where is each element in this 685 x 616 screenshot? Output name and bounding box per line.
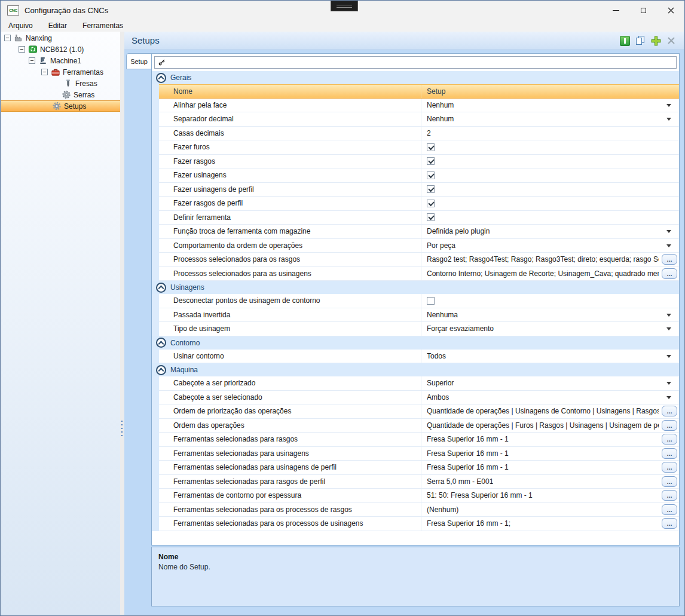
checkbox[interactable] — [427, 297, 435, 305]
collapse-chevron-icon[interactable] — [156, 73, 166, 83]
group-header-gerais[interactable]: Gerais — [152, 71, 679, 84]
add-icon — [651, 36, 661, 46]
checkbox[interactable] — [427, 185, 435, 193]
ellipsis-button[interactable]: ... — [662, 268, 677, 279]
toolbox-icon — [50, 68, 60, 77]
tree-item-setups[interactable]: Setups — [1, 100, 120, 112]
property-row-passada-invertida[interactable]: Passada invertidaNenhuma — [159, 308, 679, 323]
value-text[interactable]: Nenhum — [427, 115, 454, 123]
property-row-usinar-contorno[interactable]: Usinar contornoTodos — [159, 350, 679, 364]
group-header-contorno[interactable]: Contorno — [152, 336, 679, 350]
tree-collapse-icon[interactable] — [4, 35, 11, 41]
value-text[interactable]: Definida pelo plugin — [427, 227, 490, 235]
checkbox[interactable] — [427, 200, 435, 207]
chevron-down-icon[interactable] — [666, 118, 671, 121]
tree-item-nanxing[interactable]: Nanxing — [1, 32, 120, 44]
property-row-ordem-de-priorizacao-das-operacoes[interactable]: Ordem de priorização das operaçõesQuanti… — [159, 404, 679, 419]
property-row-ferramentas-selecionadas-para-rasgos-de-perfil[interactable]: Ferramentas selecionadas para rasgos de … — [159, 475, 679, 489]
checkbox[interactable] — [427, 157, 435, 165]
property-value-cell: Fresa Superior 16 mm - 1;... — [421, 517, 679, 531]
chevron-down-icon[interactable] — [666, 314, 671, 317]
ellipsis-button[interactable]: ... — [662, 406, 677, 416]
property-row-casas-decimais[interactable]: Casas decimais2 — [159, 127, 679, 141]
property-row-cabecote-a-ser-selecionado[interactable]: Cabeçote a ser selecionadoAmbos — [159, 391, 679, 405]
add-button[interactable] — [650, 35, 661, 46]
checkbox[interactable] — [427, 171, 435, 179]
chevron-down-icon[interactable] — [666, 382, 671, 385]
property-row-funcao-troca-de-ferramenta-com-magazine[interactable]: Função troca de ferramenta com magazineD… — [159, 225, 679, 239]
menu-item-arquivo[interactable]: Arquivo — [1, 20, 41, 31]
maximize-button[interactable] — [629, 1, 657, 20]
property-row-separador-decimal[interactable]: Separador decimalNenhum — [159, 112, 679, 127]
property-row-ferramentas-selecionadas-para-usinagens-de-perfil[interactable]: Ferramentas selecionadas para usinagens … — [159, 461, 679, 475]
property-row-desconectar-pontos-de-usinagem-de-contorno[interactable]: Desconectar pontos de usinagem de contor… — [159, 294, 679, 308]
ellipsis-button[interactable]: ... — [662, 476, 677, 487]
delete-button[interactable] — [666, 35, 677, 46]
chevron-down-icon[interactable] — [666, 396, 671, 399]
value-text[interactable]: Nenhum — [427, 101, 454, 109]
collapse-chevron-icon[interactable] — [156, 338, 166, 348]
property-row-ferramentas-selecionadas-para-os-processos-de-usinagens[interactable]: Ferramentas selecionadas para os process… — [159, 517, 679, 531]
ellipsis-button[interactable]: ... — [662, 490, 677, 501]
value-text[interactable]: Superior — [427, 379, 454, 387]
collapse-chevron-icon[interactable] — [156, 365, 166, 375]
property-row-fazer-usinagens-de-perfil[interactable]: Fazer usinagens de perfil — [159, 183, 679, 197]
value-text[interactable]: Por peça — [427, 241, 455, 250]
collapse-chevron-icon[interactable] — [156, 283, 166, 293]
property-row-fazer-rasgos-de-perfil[interactable]: Fazer rasgos de perfil — [159, 197, 679, 211]
property-row-alinhar-pela-face[interactable]: Alinhar pela faceNenhum — [159, 99, 679, 113]
property-row-cabecote-a-ser-priorizado[interactable]: Cabeçote a ser priorizadoSuperior — [159, 376, 679, 391]
group-header-maquina[interactable]: Máquina — [152, 363, 679, 376]
chevron-down-icon[interactable] — [666, 244, 671, 247]
property-row-ferramentas-selecionadas-para-usinagens[interactable]: Ferramentas selecionadas para usinagensF… — [159, 447, 679, 461]
tree-item-ferramentas[interactable]: Ferramentas — [1, 66, 120, 78]
ellipsis-button[interactable]: ... — [662, 448, 677, 459]
property-row-definir-ferramenta[interactable]: Definir ferramenta — [159, 211, 679, 225]
ellipsis-button[interactable]: ... — [662, 434, 677, 445]
tree-collapse-icon[interactable] — [41, 69, 48, 75]
checkbox[interactable] — [427, 143, 435, 151]
copy-button[interactable] — [635, 35, 646, 46]
info-button[interactable] — [619, 35, 630, 46]
tree-item-ncb612-1-0[interactable]: NCB612 (1.0) — [1, 44, 120, 55]
ellipsis-button[interactable]: ... — [662, 462, 677, 473]
menu-item-editar[interactable]: Editar — [41, 20, 75, 31]
tree-collapse-icon[interactable] — [19, 46, 25, 53]
group-header-usinagens[interactable]: Usinagens — [152, 281, 679, 294]
value-text[interactable]: Forçar esvaziamento — [427, 324, 494, 333]
ellipsis-button[interactable]: ... — [662, 518, 677, 529]
property-row-ferramentas-de-contorno-por-espessura[interactable]: Ferramentas de contorno por espessura51:… — [159, 489, 679, 503]
chevron-down-icon[interactable] — [666, 104, 671, 107]
property-row-fazer-rasgos[interactable]: Fazer rasgos — [159, 155, 679, 169]
property-value-cell: Por peça — [421, 239, 679, 253]
chevron-down-icon[interactable] — [666, 327, 671, 330]
value-text[interactable]: Nenhuma — [427, 311, 458, 319]
property-row-ordem-das-operacoes[interactable]: Ordem das operaçõesQuantidade de operaçõ… — [159, 419, 679, 433]
chevron-down-icon[interactable] — [666, 355, 671, 358]
tree-item-machine1[interactable]: Machine1 — [1, 55, 120, 66]
ellipsis-button[interactable]: ... — [662, 504, 677, 515]
menu-item-ferramentas[interactable]: Ferramentas — [75, 20, 131, 31]
property-row-comportamento-da-ordem-de-operacoes[interactable]: Comportamento da ordem de operaçõesPor p… — [159, 239, 679, 253]
minimize-button[interactable] — [602, 1, 629, 20]
ellipsis-button[interactable]: ... — [662, 254, 677, 265]
tree-item-fresas[interactable]: Fresas — [1, 78, 120, 89]
ellipsis-button[interactable]: ... — [662, 420, 677, 431]
chevron-down-icon[interactable] — [666, 230, 671, 233]
property-row-ferramentas-selecionadas-para-rasgos[interactable]: Ferramentas selecionadas para rasgosFres… — [159, 433, 679, 447]
property-row-processos-selecionados-para-os-rasgos[interactable]: Processos selecionados para os rasgosRas… — [159, 253, 679, 267]
value-text[interactable]: Ambos — [427, 393, 449, 402]
checkbox[interactable] — [427, 213, 435, 221]
tab-setup[interactable]: Setup — [126, 53, 152, 69]
tree-collapse-icon[interactable] — [29, 57, 35, 64]
property-row-fazer-furos[interactable]: Fazer furos — [159, 140, 679, 155]
close-button[interactable] — [657, 1, 684, 20]
property-row-ferramentas-selecionadas-para-os-processos-de-rasgos[interactable]: Ferramentas selecionadas para os process… — [159, 503, 679, 517]
tree-item-serras[interactable]: Serras — [1, 89, 120, 100]
property-row-fazer-usinagens[interactable]: Fazer usinagens — [159, 168, 679, 183]
property-row-processos-selecionados-para-as-usinagens[interactable]: Processos selecionados para as usinagens… — [159, 267, 679, 281]
property-row-tipo-de-usinagem[interactable]: Tipo de usinagemForçar esvaziamento — [159, 322, 679, 336]
value-text[interactable]: Todos — [427, 352, 446, 360]
panel-splitter[interactable] — [120, 32, 124, 615]
filter-input[interactable] — [169, 58, 676, 68]
